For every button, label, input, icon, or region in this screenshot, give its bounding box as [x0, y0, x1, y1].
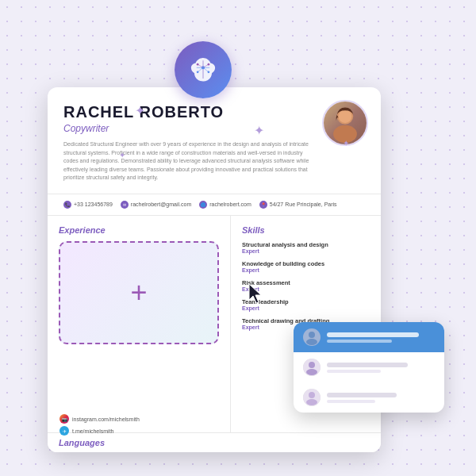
experience-add-box[interactable]: +: [59, 241, 219, 344]
location-icon: 📍: [259, 201, 267, 209]
telegram-icon: ✈: [60, 426, 69, 436]
sparkle-icon-3: ✦: [119, 151, 125, 159]
email-icon: ✉: [121, 201, 129, 209]
autocomplete-item-1[interactable]: [294, 322, 444, 352]
web-icon: 🌐: [199, 201, 207, 209]
brain-icon: [175, 41, 232, 98]
svg-point-21: [306, 399, 317, 405]
social-links: 📷 instagram.com/michelsmith ✈ t.me/miche…: [60, 414, 140, 438]
contact-email: ✉ rachelrobert@gmail.com: [121, 201, 191, 209]
autocomplete-item-3[interactable]: [294, 382, 444, 413]
resume-header: RACHEL ROBERTO Copywriter Dedicated Stru…: [48, 87, 381, 194]
svg-point-17: [309, 362, 315, 368]
telegram-link[interactable]: ✈ t.me/michelsmith: [60, 426, 140, 436]
contact-website: 🌐 rachelrobert.com: [199, 201, 251, 209]
photo-placeholder: [324, 102, 367, 144]
instagram-link[interactable]: 📷 instagram.com/michelsmith: [60, 414, 140, 424]
svg-point-14: [309, 332, 315, 338]
skill-item-2: Knowledge of building codes Expert: [242, 260, 370, 273]
languages-title: Languages: [59, 438, 370, 447]
svg-point-18: [306, 369, 317, 375]
svg-point-13: [339, 109, 352, 123]
skill-item-1: Structural analysis and design Expert: [242, 241, 370, 254]
sparkle-icon-2: ✦: [254, 123, 264, 138]
cursor-icon: [246, 282, 265, 301]
resume-bio: Dedicated Structural Engineer with over …: [63, 140, 365, 182]
svg-point-15: [306, 339, 317, 345]
experience-title: Experience: [59, 225, 219, 235]
autocomplete-item-2[interactable]: [294, 352, 444, 382]
contact-address: 📍 54/27 Rue Principale, Paris: [259, 201, 337, 209]
contact-bar: 📞 +33 123456789 ✉ rachelrobert@gmail.com…: [48, 194, 381, 216]
resume-name: RACHEL ROBERTO: [63, 103, 365, 121]
sparkle-icon-4: ✦: [343, 139, 349, 148]
sparkle-icon-1: ✦: [135, 103, 145, 118]
autocomplete-popup[interactable]: [294, 322, 444, 413]
add-experience-icon[interactable]: +: [130, 276, 147, 309]
svg-point-20: [309, 392, 315, 398]
autocomplete-avatar-2: [303, 359, 321, 376]
autocomplete-avatar-3: [303, 389, 321, 406]
contact-phone: 📞 +33 123456789: [63, 201, 113, 209]
resume-title: Copywriter: [63, 123, 365, 134]
autocomplete-avatar-1: [303, 328, 321, 346]
instagram-icon: 📷: [60, 414, 69, 424]
phone-icon: 📞: [63, 201, 71, 209]
skills-title: Skills: [242, 225, 370, 235]
